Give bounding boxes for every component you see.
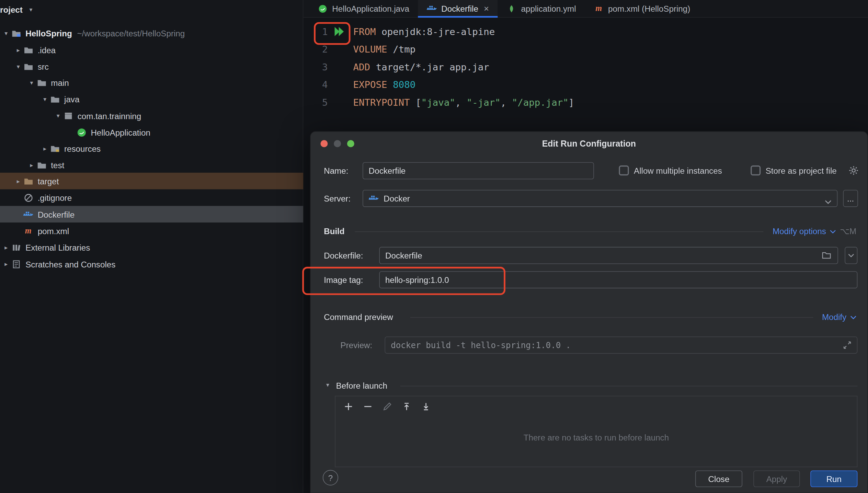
tree-item-main[interactable]: ▾ main [0, 74, 304, 91]
chevron-down-icon[interactable]: ▾ [1, 30, 11, 37]
remove-task-button[interactable] [363, 401, 373, 411]
close-tab-icon[interactable]: × [484, 3, 489, 13]
add-task-button[interactable] [343, 401, 353, 411]
tree-item-dockerfile[interactable]: Dockerfile [0, 206, 304, 222]
dialog-title: Edit Run Configuration [310, 139, 867, 149]
modify-options-link[interactable]: Modify options ⌥M [773, 223, 856, 239]
tree-item-helloapplication[interactable]: HelloApplication [0, 124, 304, 140]
tree-item-java[interactable]: ▾ java [0, 91, 304, 107]
chevron-right-icon[interactable]: ▸ [1, 244, 11, 251]
section-divider [355, 231, 763, 232]
section-divider [400, 386, 858, 387]
docker-icon [23, 209, 33, 219]
tab-label: HelloApplication.java [332, 4, 409, 13]
line-number: 5 [304, 93, 328, 111]
ignore-file-icon [23, 193, 33, 202]
chevron-down-icon[interactable]: ▾ [13, 63, 23, 70]
code-line-2: VOLUME /tmp [353, 41, 574, 58]
folder-icon [23, 62, 33, 71]
move-down-button[interactable] [421, 401, 431, 411]
chevron-down-icon [830, 229, 836, 233]
server-more-button[interactable]: ... [843, 190, 858, 207]
edit-task-button[interactable] [382, 401, 392, 411]
package-icon [63, 111, 73, 120]
tab-helloapplication-java[interactable]: HelloApplication.java [309, 0, 418, 17]
line-number: 3 [304, 58, 328, 76]
docker-icon [369, 194, 379, 203]
tree-item-package[interactable]: ▾ com.tan.trainning [0, 107, 304, 124]
tree-item-scratches[interactable]: ▸ Scratches and Consoles [0, 256, 304, 272]
project-path: ~/workspace/test/HelloSpring [77, 28, 185, 38]
tree-item-resources[interactable]: ▸ resources [0, 140, 304, 157]
image-tag-field[interactable] [379, 271, 857, 288]
preview-value: docker build -t hello-spring:1.0.0 . [391, 340, 571, 350]
chevron-down-icon[interactable]: ▾ [53, 112, 63, 119]
tree-item-hellospring[interactable]: ▾ HelloSpring ~/workspace/test/HelloSpri… [0, 25, 304, 42]
modify-link[interactable]: Modify [822, 309, 856, 325]
chevron-down-icon[interactable]: ▾ [40, 95, 50, 103]
tree-item-label: Scratches and Consoles [25, 259, 115, 268]
before-launch-title: Before launch [336, 378, 387, 393]
server-select-value: Docker [384, 194, 410, 203]
tab-pom-xml[interactable]: m pom.xml (HelloSpring) [585, 0, 699, 17]
chevron-down-icon [850, 315, 856, 319]
tree-item-src[interactable]: ▾ src [0, 58, 304, 74]
move-up-button[interactable] [401, 401, 411, 411]
store-project-file-checkbox[interactable] [751, 165, 761, 175]
tree-item-test[interactable]: ▸ test [0, 157, 304, 173]
server-label: Server: [324, 190, 351, 207]
before-launch-tasks-panel: There are no tasks to run before launch [335, 396, 857, 467]
tree-item-pomxml[interactable]: m pom.xml [0, 222, 304, 239]
chevron-right-icon[interactable]: ▸ [26, 161, 36, 169]
chevron-right-icon[interactable]: ▸ [1, 261, 11, 268]
code-line-4: EXPOSE 8080 [353, 76, 574, 94]
chevron-down-icon[interactable]: ▾ [26, 79, 36, 86]
tab-label: Dockerfile [441, 4, 478, 13]
chevron-down-icon[interactable]: ▾ [323, 381, 333, 389]
scratches-icon [11, 259, 21, 268]
browse-folder-icon[interactable] [822, 251, 832, 262]
tree-item-label: External Libraries [25, 243, 90, 252]
tree-item-label: resources [64, 144, 101, 153]
libraries-icon [11, 243, 21, 252]
tree-item-label: HelloSpring [25, 28, 72, 38]
spring-boot-icon [76, 128, 86, 137]
docker-icon [427, 4, 437, 13]
chevron-right-icon[interactable]: ▸ [40, 145, 50, 152]
tree-item-label: java [64, 94, 79, 104]
maven-icon: m [594, 4, 604, 13]
settings-gear-icon[interactable] [849, 165, 859, 177]
apply-button[interactable]: Apply [753, 470, 800, 487]
tab-dockerfile[interactable]: Dockerfile × [418, 0, 498, 17]
maven-icon: m [23, 226, 33, 236]
project-dropdown[interactable]: roject ▾ [0, 3, 36, 16]
tree-item-label: test [51, 160, 64, 170]
tree-item-label: src [38, 62, 49, 71]
preview-field: docker build -t hello-spring:1.0.0 . [385, 336, 858, 354]
folder-icon [23, 45, 33, 54]
code-area[interactable]: FROM openjdk:8-jre-alpine VOLUME /tmp AD… [353, 23, 574, 111]
expand-preview-icon[interactable] [843, 341, 851, 352]
run-button[interactable]: Run [810, 470, 857, 487]
chevron-right-icon[interactable]: ▸ [13, 177, 23, 185]
project-folder-icon [11, 28, 21, 38]
tree-item-idea[interactable]: ▸ .idea [0, 42, 304, 58]
tree-item-gitignore[interactable]: .gitignore [0, 189, 304, 206]
dockerfile-field[interactable] [379, 247, 838, 264]
tree-item-label: pom.xml [38, 226, 69, 236]
run-dockerfile-icon[interactable] [332, 25, 345, 38]
project-dropdown-label: roject [0, 5, 23, 14]
allow-multiple-checkbox[interactable] [619, 165, 629, 175]
dockerfile-dropdown-button[interactable] [845, 247, 857, 264]
close-button[interactable]: Close [695, 470, 742, 487]
server-select[interactable]: Docker [363, 190, 837, 207]
help-button[interactable]: ? [323, 470, 338, 485]
tab-label: application.yml [521, 4, 576, 13]
chevron-right-icon[interactable]: ▸ [13, 46, 23, 54]
tree-item-target[interactable]: ▸ target [0, 173, 304, 189]
tab-application-yml[interactable]: application.yml [498, 0, 585, 17]
dockerfile-label: Dockerfile: [324, 247, 363, 264]
name-field[interactable] [363, 162, 594, 179]
project-panel: roject ▾ ▾ HelloSpring ~/workspace/test/… [0, 0, 304, 493]
tree-item-external-libraries[interactable]: ▸ External Libraries [0, 239, 304, 255]
